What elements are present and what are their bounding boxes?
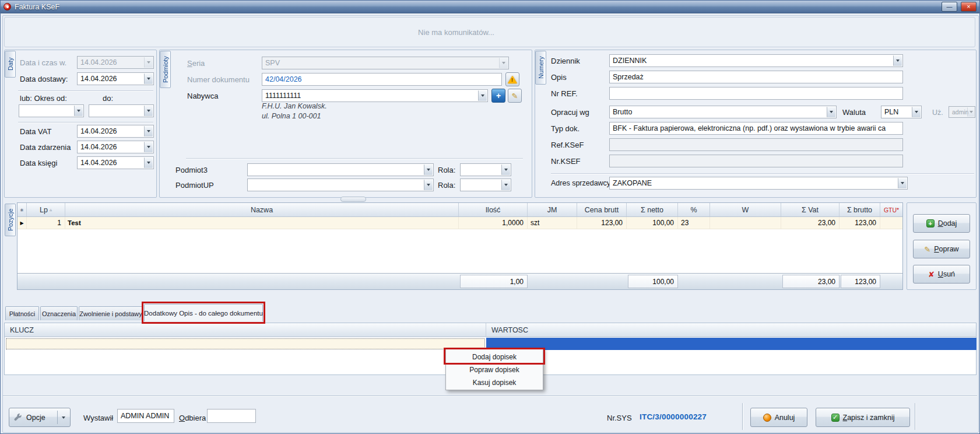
chevron-down-icon[interactable] xyxy=(898,178,907,188)
popraw-button[interactable]: ✎ Popraw xyxy=(913,240,970,258)
nabywca-field[interactable]: 1111111111 xyxy=(262,89,488,102)
wartosc-selected-cell[interactable] xyxy=(486,338,977,350)
typ-dok-value: BFK - Faktura papierowa, elektroniczna (… xyxy=(613,124,886,132)
column-header-label: % xyxy=(690,206,697,214)
column-header-procent[interactable]: % xyxy=(678,203,710,216)
close-button[interactable]: × xyxy=(961,2,977,12)
cell-netto: 100,00 xyxy=(627,217,678,229)
chevron-down-icon[interactable] xyxy=(501,180,510,190)
total-vat: 23,00 xyxy=(782,275,840,288)
wystawil-field[interactable]: ADMIN ADMIN xyxy=(117,409,174,423)
chevron-down-icon[interactable] xyxy=(478,90,487,101)
chevron-down-icon[interactable] xyxy=(501,164,510,175)
separator xyxy=(186,158,523,159)
usun-button[interactable]: ✘ Usuń xyxy=(913,265,970,284)
filter-header-cell[interactable]: ∗ xyxy=(17,203,27,216)
typ-dok-field[interactable]: BFK - Faktura papierowa, elektroniczna (… xyxy=(609,122,903,135)
column-header-ilosc[interactable]: Ilość xyxy=(459,203,528,216)
data-dostawy-field[interactable]: 14.04.2026 xyxy=(77,72,154,85)
podmioty-section-tab[interactable]: Podmioty xyxy=(160,51,171,88)
tab-platnosci[interactable]: Płatności xyxy=(5,306,39,320)
column-header-w[interactable]: W xyxy=(710,203,781,216)
podmiot3-rola-field[interactable] xyxy=(460,163,511,176)
data-ksiegi-label: Data księgi xyxy=(20,159,57,167)
chevron-down-icon[interactable] xyxy=(144,158,153,168)
chevron-down-icon[interactable] xyxy=(424,164,433,175)
column-header-nazwa[interactable]: Nazwa xyxy=(65,203,459,216)
opracuj-wg-field[interactable]: Brutto xyxy=(609,106,837,118)
save-icon: ✓ xyxy=(831,414,840,422)
okres-do-field[interactable] xyxy=(89,104,154,117)
nabywca-value: 1111111111 xyxy=(265,92,301,100)
wartosc-column-header[interactable]: WARTOSC xyxy=(486,323,976,337)
dodaj-button[interactable]: + Dodaj xyxy=(913,214,970,233)
chevron-down-icon[interactable] xyxy=(74,106,83,116)
odbiera-input[interactable] xyxy=(207,409,256,423)
dziennik-field[interactable]: DZIENNIK xyxy=(609,54,903,67)
table-row[interactable]: ▶ 1 Test 1,0000 szt 123,00 100,00 23 23,… xyxy=(17,217,902,229)
numer-dokumentu-field[interactable]: 42/04/2026 xyxy=(262,73,502,86)
title-bar[interactable]: Faktura KSeF — × xyxy=(1,1,979,13)
nr-ref-field[interactable] xyxy=(609,87,903,100)
tab-label: Oznaczenia xyxy=(42,310,76,317)
opcje-button[interactable]: Opcje xyxy=(9,408,71,427)
column-header-netto[interactable]: Σ netto xyxy=(627,203,678,216)
adres-sprzedawcy-label: Adres sprzedawcy xyxy=(551,179,610,187)
podmiotup-field[interactable] xyxy=(247,178,434,191)
data-ksiegi-field[interactable]: 14.04.2026 xyxy=(77,156,154,169)
tab-dodatkowy-opis[interactable]: Dodatkowy Opis - do całego dokumentu xyxy=(144,304,263,321)
chevron-down-icon[interactable] xyxy=(144,74,153,84)
podmiotup-label: PodmiotUP xyxy=(175,181,214,190)
okres-od-field[interactable] xyxy=(19,104,84,117)
waluta-label: Waluta xyxy=(842,108,866,117)
zapisz-i-zamknij-button[interactable]: ✓ Zapisz i zamknij xyxy=(816,408,910,427)
chevron-down-icon[interactable] xyxy=(912,107,921,117)
klucz-focused-cell[interactable] xyxy=(6,338,485,349)
minimize-button[interactable]: — xyxy=(942,2,957,12)
pozycje-section-tab[interactable]: Pozycje xyxy=(5,204,16,236)
pencil-icon: ✎ xyxy=(512,92,518,100)
menu-item-dodaj-dopisek[interactable]: Dodaj dopisek xyxy=(446,351,543,363)
chevron-down-icon[interactable] xyxy=(424,180,433,190)
data-vat-field[interactable]: 14.04.2026 xyxy=(77,125,154,138)
numer-warning-button[interactable]: ! xyxy=(505,72,519,86)
daty-section-tab[interactable]: Daty xyxy=(5,51,16,78)
typ-dok-label: Typ dok. xyxy=(551,124,579,133)
data-vat-label: Data VAT xyxy=(20,127,51,136)
column-header-label: Σ brutto xyxy=(847,206,872,214)
chevron-down-icon[interactable] xyxy=(144,142,153,152)
chevron-down-icon[interactable] xyxy=(144,106,153,116)
column-header-lp[interactable]: Lp ▵ xyxy=(27,203,65,216)
klucz-header-label: KLUCZ xyxy=(10,326,34,334)
chevron-down-icon[interactable] xyxy=(893,55,902,66)
tab-zwolnienie[interactable]: Zwolnienie i podstawy xyxy=(79,306,143,320)
numery-section-tab[interactable]: Numery xyxy=(535,51,546,85)
dodaj-label: Dodaj xyxy=(938,219,957,228)
nabywca-edit-button[interactable]: ✎ xyxy=(508,89,522,103)
column-header-cena-brutt[interactable]: Cena brutt xyxy=(577,203,627,216)
anuluj-button[interactable]: Anuluj xyxy=(750,408,807,427)
nabywca-add-button[interactable]: + xyxy=(491,89,505,103)
column-header-vat[interactable]: Σ Vat xyxy=(781,203,840,216)
menu-item-popraw-dopisek[interactable]: Popraw dopisek xyxy=(446,363,543,376)
column-header-gtu[interactable]: GTU* xyxy=(880,203,902,216)
total-netto: 100,00 xyxy=(628,275,678,288)
adres-sprzedawcy-field[interactable]: ZAKOPANE xyxy=(609,177,908,190)
opis-field[interactable]: Sprzedaż xyxy=(609,71,903,83)
chevron-down-icon[interactable] xyxy=(827,107,835,117)
chevron-down-icon[interactable] xyxy=(144,126,153,136)
waluta-field[interactable]: PLN xyxy=(881,106,922,118)
podmiotup-rola-field[interactable] xyxy=(460,178,511,191)
data-zdarzenia-field[interactable]: 14.04.2026 xyxy=(77,141,154,153)
klucz-column-header[interactable]: KLUCZ xyxy=(5,323,486,337)
tab-oznaczenia[interactable]: Oznaczenia xyxy=(40,306,78,320)
splitter-handle[interactable] xyxy=(340,197,366,202)
tab-label: Płatności xyxy=(9,310,36,317)
column-header-brutto[interactable]: Σ brutto xyxy=(840,203,880,216)
opracuj-wg-value: Brutto xyxy=(613,108,632,116)
menu-item-kasuj-dopisek[interactable]: Kasuj dopisek xyxy=(446,376,543,389)
cell-vat: 23,00 xyxy=(781,217,840,229)
podmiot3-field[interactable] xyxy=(247,163,434,176)
column-header-jm[interactable]: JM xyxy=(528,203,577,216)
cell-brutto: 123,00 xyxy=(840,217,880,229)
